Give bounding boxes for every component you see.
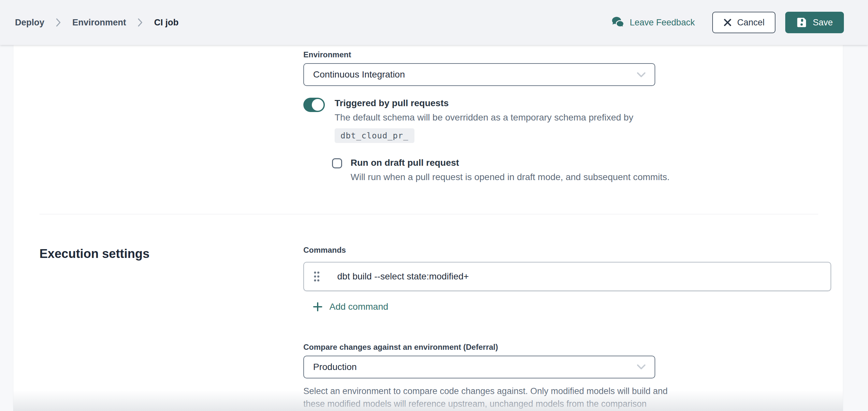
cancel-button[interactable]: Cancel xyxy=(712,12,775,33)
trigger-section-left-column xyxy=(39,50,303,183)
topbar-actions: Leave Feedback Cancel Save xyxy=(611,12,844,33)
draft-pr-checkbox[interactable] xyxy=(332,158,342,168)
pr-trigger-label: Triggered by pull requests xyxy=(335,97,633,109)
save-button[interactable]: Save xyxy=(785,12,844,33)
left-gutter xyxy=(0,45,13,411)
commands-label: Commands xyxy=(303,246,843,255)
execution-section-fields: Commands dbt build --select state:modifi… xyxy=(303,246,843,411)
deferral-description: Select an environment to compare code ch… xyxy=(303,385,686,411)
draft-pr-label: Run on draft pull request xyxy=(350,157,670,169)
execution-section-left-column: Execution settings xyxy=(39,246,303,411)
add-command-button[interactable]: Add command xyxy=(312,302,389,312)
add-command-label: Add command xyxy=(330,302,389,312)
page-body: Environment Continuous Integration Trigg… xyxy=(0,45,868,411)
floppy-disk-icon xyxy=(796,17,807,28)
breadcrumb: Deploy Environment CI job xyxy=(15,18,179,28)
deferral-select[interactable]: Production xyxy=(303,356,655,378)
toggle-knob xyxy=(312,99,323,111)
drag-handle-icon[interactable] xyxy=(313,270,320,283)
command-value: dbt build --select state:modified+ xyxy=(337,271,469,282)
chevron-right-icon xyxy=(137,18,143,27)
trigger-settings-section: Environment Continuous Integration Trigg… xyxy=(13,45,843,214)
deferral-label: Compare changes against an environment (… xyxy=(303,343,843,352)
plus-icon xyxy=(312,302,323,312)
settings-panel: Environment Continuous Integration Trigg… xyxy=(13,45,843,411)
deferral-select-value: Production xyxy=(313,362,357,372)
environment-select-value: Continuous Integration xyxy=(313,69,405,80)
pr-trigger-row: Triggered by pull requests The default s… xyxy=(303,97,843,143)
right-gutter xyxy=(843,45,868,411)
leave-feedback-label: Leave Feedback xyxy=(630,18,695,28)
topbar: Deploy Environment CI job Leave Feedback… xyxy=(0,0,868,45)
chevron-down-icon xyxy=(636,72,646,78)
command-input[interactable]: dbt build --select state:modified+ xyxy=(303,262,831,291)
draft-pr-description: Will run when a pull request is opened i… xyxy=(350,171,670,183)
close-icon xyxy=(723,18,732,27)
environment-label: Environment xyxy=(303,50,843,59)
draft-pr-row: Run on draft pull request Will run when … xyxy=(332,157,843,183)
leave-feedback-link[interactable]: Leave Feedback xyxy=(611,16,695,29)
chevron-down-icon xyxy=(636,364,646,370)
save-button-label: Save xyxy=(813,18,833,28)
breadcrumb-deploy[interactable]: Deploy xyxy=(15,18,44,28)
cancel-button-label: Cancel xyxy=(737,18,765,28)
pr-trigger-toggle[interactable] xyxy=(303,98,325,112)
chevron-right-icon xyxy=(55,18,61,27)
environment-select[interactable]: Continuous Integration xyxy=(303,63,655,86)
trigger-section-fields: Environment Continuous Integration Trigg… xyxy=(303,50,843,183)
schema-prefix-code: dbt_cloud_pr_ xyxy=(335,128,414,143)
pr-trigger-description: The default schema will be overridden as… xyxy=(335,111,633,124)
draft-pr-text: Run on draft pull request Will run when … xyxy=(350,157,670,183)
breadcrumb-ci-job: CI job xyxy=(154,18,179,28)
chat-bubbles-icon xyxy=(611,16,625,29)
execution-settings-heading: Execution settings xyxy=(39,247,303,261)
breadcrumb-environment[interactable]: Environment xyxy=(72,18,126,28)
pr-trigger-text: Triggered by pull requests The default s… xyxy=(335,97,633,143)
execution-settings-section: Execution settings Commands dbt build --… xyxy=(13,214,843,411)
